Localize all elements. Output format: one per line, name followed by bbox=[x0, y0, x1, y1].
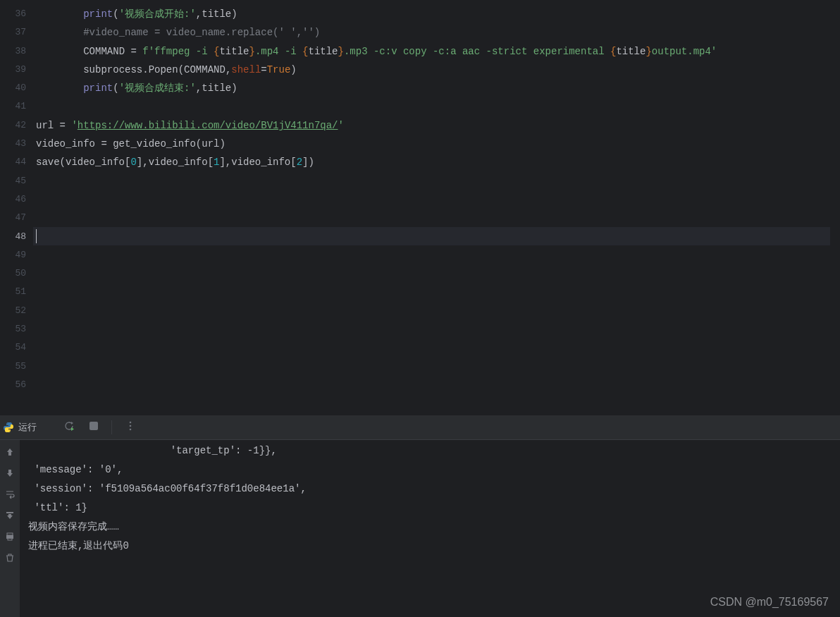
line-number: 40 bbox=[0, 79, 26, 97]
line-number: 39 bbox=[0, 61, 26, 79]
line-number: 46 bbox=[0, 190, 26, 209]
line-gutter: 36 37 38 39 40 41 42 43 44 45 46 47 48 4… bbox=[0, 0, 33, 393]
svg-point-2 bbox=[130, 425, 132, 427]
svg-point-1 bbox=[130, 422, 132, 424]
scroll-to-end-icon[interactable] bbox=[5, 511, 15, 523]
svg-point-3 bbox=[130, 429, 132, 431]
line-number: 50 bbox=[0, 264, 26, 283]
current-line-highlight bbox=[33, 227, 840, 245]
toolbar-divider bbox=[111, 420, 112, 434]
line-number: 44 bbox=[0, 153, 26, 171]
terminal-toolbar: 运行 bbox=[0, 415, 840, 440]
rerun-icon[interactable] bbox=[63, 420, 75, 434]
line-number: 52 bbox=[0, 302, 26, 320]
print-icon[interactable] bbox=[5, 532, 15, 544]
line-number: 42 bbox=[0, 116, 26, 135]
line-number: 37 bbox=[0, 23, 26, 42]
code-line: print('视频合成结束:',title) bbox=[36, 79, 840, 97]
code-line: COMMAND = f'ffmpeg -i {title}.mp4 -i {ti… bbox=[36, 42, 840, 61]
terminal-sidebar bbox=[0, 440, 20, 617]
python-icon bbox=[3, 422, 14, 433]
output-line: 'message': '0', bbox=[28, 460, 832, 479]
code-editor: 36 37 38 39 40 41 42 43 44 45 46 47 48 4… bbox=[0, 0, 840, 393]
code-line: video_info = get_video_info(url) bbox=[36, 135, 840, 153]
output-line: 'target_tp': -1}}, bbox=[28, 441, 832, 460]
arrow-up-icon[interactable] bbox=[5, 447, 15, 460]
soft-wrap-icon[interactable] bbox=[5, 489, 15, 502]
code-line: #video_name = video_name.replace(' ','') bbox=[36, 23, 840, 42]
code-line bbox=[36, 97, 840, 116]
output-line: 视频内容保存完成…… bbox=[28, 518, 832, 537]
run-tab-label[interactable]: 运行 bbox=[18, 421, 37, 434]
code-line: subprocess.Popen(COMMAND,shell=True) bbox=[36, 61, 840, 79]
line-number: 45 bbox=[0, 172, 26, 190]
code-line: print('视频合成开始:',title) bbox=[36, 5, 840, 23]
trash-icon[interactable] bbox=[5, 553, 15, 566]
line-number: 47 bbox=[0, 209, 26, 227]
scrollbar-thumb[interactable] bbox=[832, 14, 839, 226]
code-line: url = 'https://www.bilibili.com/video/BV… bbox=[36, 116, 840, 135]
text-cursor bbox=[36, 229, 37, 243]
code-line: save(video_info[0],video_info[1],video_i… bbox=[36, 153, 840, 171]
terminal-output[interactable]: 'target_tp': -1}}, 'message': '0', 'sess… bbox=[20, 440, 840, 617]
line-number: 55 bbox=[0, 358, 26, 376]
editor-scrollbar[interactable] bbox=[830, 0, 840, 393]
output-line: 进程已结束,退出代码0 bbox=[28, 537, 832, 556]
svg-rect-0 bbox=[89, 422, 98, 430]
arrow-down-icon[interactable] bbox=[5, 468, 15, 481]
line-number: 36 bbox=[0, 5, 26, 23]
terminal-panel: 'target_tp': -1}}, 'message': '0', 'sess… bbox=[0, 440, 840, 617]
line-number: 56 bbox=[0, 376, 26, 394]
line-number: 43 bbox=[0, 135, 26, 153]
stop-icon[interactable] bbox=[89, 421, 99, 434]
line-number: 49 bbox=[0, 246, 26, 264]
line-number: 51 bbox=[0, 283, 26, 301]
panel-separator bbox=[0, 393, 840, 415]
line-number: 53 bbox=[0, 320, 26, 338]
code-content[interactable]: print('视频合成开始:',title) #video_name = vid… bbox=[33, 0, 840, 393]
output-line: 'ttl': 1} bbox=[28, 499, 832, 518]
line-number: 41 bbox=[0, 97, 26, 116]
line-number: 38 bbox=[0, 42, 26, 61]
line-number: 54 bbox=[0, 338, 26, 357]
output-line: 'session': 'f5109a564ac00f64f37f8f1d0e84… bbox=[28, 479, 832, 499]
svg-rect-4 bbox=[7, 533, 13, 535]
line-number-current: 48 bbox=[0, 228, 26, 246]
more-icon[interactable] bbox=[125, 420, 136, 434]
watermark: CSDN @m0_75169567 bbox=[710, 596, 829, 609]
